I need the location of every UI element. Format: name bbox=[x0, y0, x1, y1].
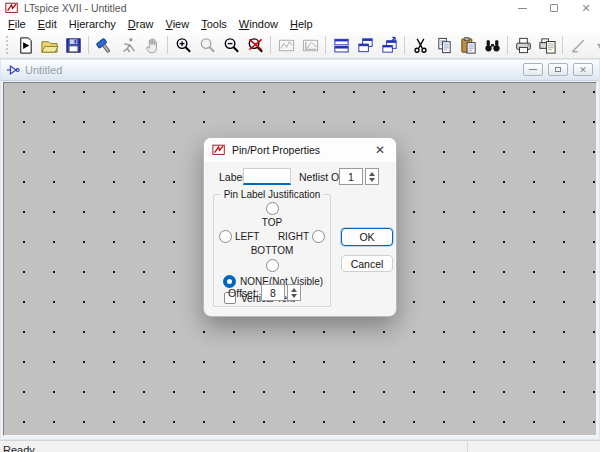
dialog-title: Pin/Port Properties bbox=[232, 144, 372, 156]
window-title: LTspice XVII - Untitled bbox=[24, 2, 127, 14]
zoom-in-icon[interactable] bbox=[171, 33, 195, 57]
find-icon[interactable] bbox=[480, 33, 504, 57]
wire-icon[interactable] bbox=[566, 33, 590, 57]
dialog-close-icon[interactable]: ✕ bbox=[372, 144, 388, 156]
offset-value[interactable]: 8 bbox=[261, 284, 285, 301]
menu-edit[interactable]: Edit bbox=[33, 17, 62, 31]
toolbar: A bbox=[0, 32, 600, 59]
cancel-button[interactable]: Cancel bbox=[341, 255, 393, 272]
tile-horizontal-icon[interactable] bbox=[329, 33, 353, 57]
spin-up-icon[interactable] bbox=[291, 288, 297, 292]
status-text: Ready. bbox=[3, 444, 37, 452]
justify-right-label[interactable]: RIGHT bbox=[278, 231, 309, 242]
offset-arrows[interactable] bbox=[287, 284, 301, 301]
dialog-title-bar: Pin/Port Properties ✕ bbox=[204, 138, 396, 162]
new-schematic-icon[interactable] bbox=[13, 33, 37, 57]
ltspice-window: LTspice XVII - Untitled ✕ File Edit Hier… bbox=[0, 0, 600, 452]
netlist-order-value[interactable]: 1 bbox=[339, 168, 363, 185]
cascade-windows-icon[interactable] bbox=[377, 33, 401, 57]
menu-tools[interactable]: Tools bbox=[196, 17, 232, 31]
paste-icon[interactable] bbox=[456, 33, 480, 57]
spin-down-icon[interactable] bbox=[291, 294, 297, 298]
zoom-full-extents-icon[interactable] bbox=[243, 33, 267, 57]
document-title: Untitled bbox=[25, 64, 62, 76]
label-input[interactable] bbox=[243, 168, 291, 185]
offset-spinner: 8 bbox=[261, 284, 301, 301]
pin-port-properties-dialog: Pin/Port Properties ✕ Label: Netlist Ord… bbox=[203, 137, 397, 317]
spin-up-icon[interactable] bbox=[369, 172, 375, 176]
justify-top-radio[interactable] bbox=[266, 202, 279, 215]
ltspice-logo-icon bbox=[5, 1, 19, 15]
doc-close-button[interactable]: ✕ bbox=[573, 63, 593, 76]
zoom-back-icon[interactable] bbox=[195, 33, 219, 57]
dialog-ltspice-icon bbox=[212, 143, 226, 157]
status-bar: Ready. bbox=[0, 440, 600, 452]
halt-hand-icon[interactable] bbox=[140, 33, 164, 57]
netlist-order-spinner: 1 bbox=[339, 168, 379, 185]
title-bar: LTspice XVII - Untitled ✕ bbox=[0, 0, 600, 16]
doc-minimize-button[interactable] bbox=[523, 63, 543, 76]
cut-icon[interactable] bbox=[408, 33, 432, 57]
justification-group-title: Pin Label Justification bbox=[221, 189, 324, 200]
close-button[interactable]: ✕ bbox=[578, 2, 594, 14]
spin-down-icon[interactable] bbox=[369, 178, 375, 182]
justify-bottom-label[interactable]: BOTTOM bbox=[251, 245, 294, 256]
print-preview-icon[interactable] bbox=[535, 33, 559, 57]
menu-window[interactable]: Window bbox=[234, 17, 283, 31]
ground-icon[interactable] bbox=[590, 33, 600, 57]
offset-label: Offset: bbox=[228, 287, 259, 299]
minimize-button[interactable] bbox=[514, 2, 530, 14]
justify-right-radio[interactable] bbox=[312, 230, 325, 243]
autorange-plot-icon[interactable] bbox=[274, 33, 298, 57]
justify-left-radio[interactable] bbox=[219, 230, 232, 243]
status-separator bbox=[467, 442, 468, 452]
justify-bottom-radio[interactable] bbox=[266, 259, 279, 272]
run-icon[interactable] bbox=[116, 33, 140, 57]
menu-file[interactable]: File bbox=[3, 17, 31, 31]
open-file-icon[interactable] bbox=[37, 33, 61, 57]
justify-left-label[interactable]: LEFT bbox=[235, 231, 259, 242]
menu-hierarchy[interactable]: Hierarchy bbox=[64, 17, 121, 31]
doc-restore-button[interactable] bbox=[548, 63, 568, 76]
menu-view[interactable]: View bbox=[161, 17, 195, 31]
control-panel-hammer-icon[interactable] bbox=[92, 33, 116, 57]
zoom-out-icon[interactable] bbox=[219, 33, 243, 57]
plot-settings-icon[interactable] bbox=[298, 33, 322, 57]
maximize-button[interactable] bbox=[546, 2, 562, 14]
save-icon[interactable] bbox=[61, 33, 85, 57]
schematic-doc-icon bbox=[6, 63, 20, 77]
menu-help[interactable]: Help bbox=[285, 17, 318, 31]
ok-button[interactable]: OK bbox=[341, 228, 393, 246]
print-icon[interactable] bbox=[511, 33, 535, 57]
netlist-order-arrows[interactable] bbox=[365, 168, 379, 185]
copy-icon[interactable] bbox=[432, 33, 456, 57]
justify-top-label[interactable]: TOP bbox=[262, 217, 282, 228]
document-title-bar: Untitled ✕ bbox=[1, 60, 599, 81]
menu-bar: File Edit Hierarchy Draw View Tools Wind… bbox=[0, 16, 600, 32]
menu-draw[interactable]: Draw bbox=[123, 17, 159, 31]
tile-vertical-icon[interactable] bbox=[353, 33, 377, 57]
